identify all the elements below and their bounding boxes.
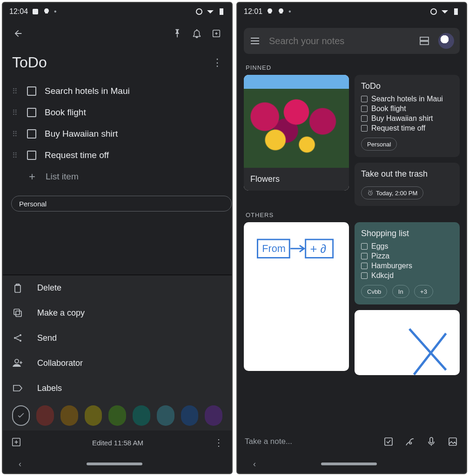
wifi-icon (207, 8, 214, 15)
take-note-input[interactable]: Take a note... (245, 437, 292, 446)
note-card-item: Search hotels in Maui (361, 95, 453, 103)
note-card-flowers[interactable]: Flowers (244, 75, 349, 191)
search-input[interactable] (269, 36, 410, 46)
checklist-item[interactable]: ⠿ Book flight (9, 102, 225, 123)
drag-handle-icon[interactable]: ⠿ (9, 108, 20, 117)
label-chip[interactable]: Personal (11, 196, 232, 212)
note-card-sketch-x[interactable] (355, 310, 460, 375)
clock-text: 12:04 (9, 7, 28, 16)
svg-rect-20 (385, 438, 392, 445)
search-bar[interactable] (244, 28, 460, 54)
battery-icon (452, 8, 460, 15)
color-swatch[interactable] (108, 405, 126, 426)
drag-handle-icon[interactable]: ⠿ (9, 151, 20, 160)
color-swatch[interactable] (60, 405, 78, 426)
menu-label: Labels (37, 383, 62, 393)
nav-back-icon[interactable]: ‹ (253, 459, 256, 469)
account-avatar[interactable] (438, 33, 454, 49)
checklist-item-text[interactable]: Request time off (45, 150, 109, 160)
svg-rect-4 (16, 311, 21, 317)
note-card-item: Pizza (361, 252, 453, 260)
menu-labels[interactable]: Labels (3, 376, 232, 401)
copy-icon (12, 307, 23, 318)
note-title-row: ToDo ⋮ (3, 46, 232, 80)
svg-point-9 (15, 359, 19, 363)
checkbox-icon (361, 243, 368, 250)
label-chip: Cvbb (361, 285, 387, 298)
nav-home-pill[interactable] (321, 463, 377, 465)
bulb-icon (277, 8, 285, 15)
status-bar: 12:01 • (237, 3, 466, 20)
note-card-item: Kdkcjd (361, 271, 453, 280)
note-card-sketch[interactable]: From + ∂ (244, 222, 349, 371)
note-card-item: Request time off (361, 124, 453, 132)
reminder-button[interactable] (187, 24, 207, 43)
checklist-item-text[interactable]: Buy Hawaiian shirt (45, 129, 118, 139)
section-header-pinned: PINNED (237, 59, 466, 75)
drag-handle-icon[interactable]: ⠿ (9, 130, 20, 139)
new-list-button[interactable] (382, 436, 395, 448)
archive-button[interactable] (207, 24, 226, 43)
notif-icon (32, 8, 39, 15)
note-card-item: Eggs (361, 242, 453, 251)
checklist-item-text[interactable]: Book flight (45, 107, 86, 118)
color-swatch[interactable] (157, 405, 174, 426)
svg-rect-13 (420, 37, 429, 40)
svg-text:+ ∂: + ∂ (310, 242, 326, 255)
add-box-button[interactable] (11, 437, 21, 449)
menu-icon[interactable] (249, 35, 261, 46)
more-button[interactable]: ⋮ (214, 437, 223, 448)
data-saver-icon (430, 8, 437, 15)
color-swatch[interactable] (181, 405, 199, 426)
nav-back-icon[interactable]: ‹ (19, 459, 21, 469)
checklist-item[interactable]: ⠿ Buy Hawaiian shirt (9, 123, 225, 145)
note-card-trash[interactable]: Take out the trash Today, 2:00 PM (355, 163, 460, 206)
back-button[interactable] (8, 24, 28, 43)
menu-collaborator[interactable]: Collaborator (3, 350, 232, 376)
bulb-icon (43, 8, 50, 15)
checkbox-icon[interactable] (27, 86, 36, 96)
new-audio-button[interactable] (425, 436, 437, 448)
menu-label: Make a copy (37, 308, 85, 318)
menu-send[interactable]: Send (3, 325, 232, 350)
menu-label: Send (37, 333, 57, 343)
menu-delete[interactable]: Delete (3, 275, 232, 300)
checkbox-icon[interactable] (27, 108, 36, 117)
checklist-item[interactable]: ⠿ Request time off (9, 145, 225, 166)
color-swatch[interactable] (85, 405, 102, 426)
drag-handle-icon[interactable]: ⠿ (9, 87, 20, 96)
trash-icon (12, 282, 23, 293)
android-navbar: ‹ (3, 455, 232, 473)
svg-point-8 (20, 340, 21, 342)
color-swatch[interactable] (36, 405, 54, 426)
pinned-grid: Flowers ToDo Search hotels in Maui Book … (237, 75, 466, 206)
color-swatch[interactable] (205, 405, 222, 426)
checkbox-icon[interactable] (27, 129, 36, 139)
data-saver-icon (195, 8, 203, 15)
checklist-item[interactable]: ⠿ Search hotels in Maui (9, 80, 225, 102)
bulb-icon (266, 8, 274, 15)
sketch-drawing: From + ∂ (244, 222, 349, 371)
note-card-todo[interactable]: ToDo Search hotels in Maui Book flight B… (355, 75, 460, 157)
add-list-item[interactable]: + List item (9, 166, 225, 187)
plus-icon: + (27, 170, 37, 183)
bottom-sheet-menu: Delete Make a copy Send Collaborator Lab… (3, 275, 232, 430)
new-image-button[interactable] (447, 436, 459, 448)
checklist-item-text[interactable]: Search hotels in Maui (45, 86, 130, 96)
new-drawing-button[interactable] (404, 436, 416, 448)
color-swatch[interactable] (133, 405, 150, 426)
checkbox-icon (361, 272, 368, 279)
color-swatch-none[interactable] (12, 405, 30, 426)
svg-point-1 (196, 9, 202, 14)
more-button[interactable]: ⋮ (212, 57, 222, 69)
note-title[interactable]: ToDo (12, 54, 47, 71)
nav-home-pill[interactable] (87, 463, 142, 465)
label-chip: In (392, 285, 409, 298)
bell-icon (192, 28, 202, 39)
section-header-others: OTHERS (237, 206, 466, 222)
menu-copy[interactable]: Make a copy (3, 300, 232, 325)
layout-toggle-icon[interactable] (419, 35, 430, 46)
pin-button[interactable] (168, 24, 187, 43)
note-card-shopping[interactable]: Shopping list Eggs Pizza Hamburgers Kdkc… (355, 222, 460, 304)
checkbox-icon[interactable] (27, 151, 36, 160)
